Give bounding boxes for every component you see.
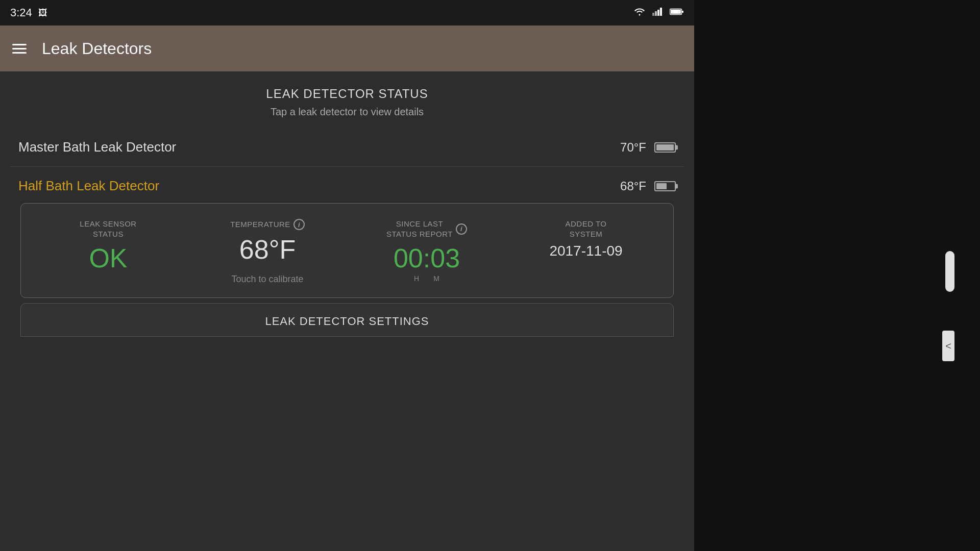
temperature-info-icon[interactable]: i <box>293 219 305 230</box>
temperature-value: 68°F <box>239 234 296 265</box>
battery-fill-2 <box>656 183 667 189</box>
section-title: LEAK DETECTOR STATUS <box>10 87 684 101</box>
wifi-icon <box>634 8 645 18</box>
svg-rect-1 <box>655 11 657 16</box>
app-bar-title: Leak Detectors <box>42 39 152 58</box>
detector-name: Master Bath Leak Detector <box>18 139 176 155</box>
added-to-system-label: ADDED TOSYSTEM <box>566 219 607 239</box>
since-last-cell: SINCE LASTSTATUS REPORT i 00:03 H M <box>350 219 504 283</box>
leak-sensor-cell: LEAK SENSORSTATUS OK <box>31 219 185 273</box>
status-bar-right <box>634 8 684 18</box>
leak-sensor-label: LEAK SENSORSTATUS <box>80 219 136 239</box>
battery-status-icon <box>670 8 684 18</box>
status-bar-left: 3:24 🖼 <box>10 6 47 19</box>
calibrate-text[interactable]: Touch to calibrate <box>231 274 303 285</box>
minute-label: M <box>433 274 439 283</box>
detector-temp-2: 68°F <box>620 179 646 193</box>
temperature-label: TEMPERATURE <box>230 219 290 230</box>
app-container: 3:24 🖼 <box>0 0 694 551</box>
detector-right-2: 68°F <box>620 179 676 193</box>
battery-indicator-2 <box>654 181 676 191</box>
settings-title: LEAK DETECTOR SETTINGS <box>31 315 663 328</box>
detector-right: 70°F <box>620 140 676 155</box>
signal-icon <box>652 8 663 18</box>
side-panel: < <box>694 0 980 551</box>
svg-rect-6 <box>682 11 683 13</box>
battery-indicator <box>654 142 676 153</box>
since-last-label-row: SINCE LASTSTATUS REPORT i <box>386 219 467 239</box>
detector-temp: 70°F <box>620 140 646 155</box>
svg-rect-3 <box>660 8 662 16</box>
detector-list: Master Bath Leak Detector 70°F Half Bath… <box>0 128 694 337</box>
scroll-handle[interactable] <box>945 251 954 292</box>
svg-rect-0 <box>652 13 654 16</box>
added-to-system-value: 2017-11-09 <box>549 243 622 259</box>
section-header: LEAK DETECTOR STATUS Tap a leak detector… <box>0 71 694 128</box>
list-item[interactable]: Half Bath Leak Detector 68°F <box>10 167 684 198</box>
added-to-system-cell: ADDED TOSYSTEM 2017-11-09 <box>509 219 663 259</box>
main-content: LEAK DETECTOR STATUS Tap a leak detector… <box>0 71 694 551</box>
detail-grid: LEAK SENSORSTATUS OK TEMPERATURE i 68°F … <box>31 219 663 285</box>
since-last-value: 00:03 <box>394 243 460 273</box>
since-last-label: SINCE LASTSTATUS REPORT <box>386 219 453 239</box>
back-icon: < <box>945 340 951 352</box>
app-bar: Leak Detectors <box>0 26 694 71</box>
back-button[interactable]: < <box>942 331 954 361</box>
svg-rect-2 <box>657 10 659 16</box>
hamburger-menu-button[interactable] <box>12 44 27 54</box>
svg-rect-5 <box>671 10 681 14</box>
time-labels: H M <box>414 274 439 283</box>
temperature-cell[interactable]: TEMPERATURE i 68°F Touch to calibrate <box>190 219 345 285</box>
leak-sensor-value: OK <box>89 243 127 273</box>
detail-card: LEAK SENSORSTATUS OK TEMPERATURE i 68°F … <box>20 203 674 298</box>
battery-fill <box>656 144 674 151</box>
section-subtitle: Tap a leak detector to view details <box>10 106 684 118</box>
detector-name-active: Half Bath Leak Detector <box>18 178 159 194</box>
photo-icon: 🖼 <box>38 8 47 18</box>
temperature-label-row: TEMPERATURE i <box>230 219 305 230</box>
settings-card: LEAK DETECTOR SETTINGS <box>20 303 674 337</box>
hour-label: H <box>414 274 419 283</box>
since-last-info-icon[interactable]: i <box>456 223 467 235</box>
list-item[interactable]: Master Bath Leak Detector 70°F <box>10 128 684 167</box>
status-time: 3:24 <box>10 6 32 19</box>
status-bar: 3:24 🖼 <box>0 0 694 26</box>
